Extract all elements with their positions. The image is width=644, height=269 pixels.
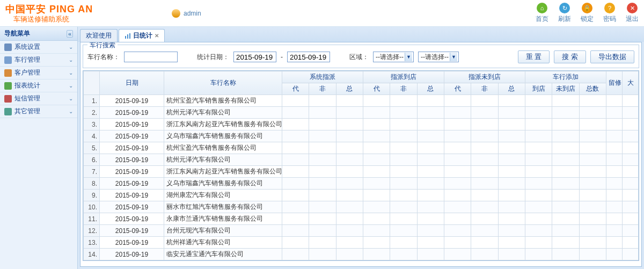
sub-dai[interactable]: 代	[282, 83, 309, 95]
cell-date: 2015-09-19	[100, 107, 164, 119]
col-name[interactable]: 车行名称	[164, 71, 282, 95]
sub-zong[interactable]: 总	[336, 83, 363, 95]
sub-fei[interactable]: 非	[390, 83, 417, 95]
cell-value	[471, 178, 498, 190]
sub-weidaodian[interactable]: 未到店	[552, 83, 579, 95]
cell-value	[623, 154, 639, 166]
header-退出-button[interactable]: ✕退出	[626, 3, 639, 24]
cell-value	[309, 201, 336, 213]
cell-value	[309, 213, 336, 225]
cell-value	[444, 95, 471, 107]
table-row[interactable]: 4.2015-09-19义乌市瑞鑫汽车销售服务有限公司	[84, 130, 639, 142]
date-from-input[interactable]	[233, 52, 276, 62]
sub-zong[interactable]: 总	[498, 83, 525, 95]
cell-value	[552, 201, 579, 213]
cell-value	[282, 130, 309, 142]
table-row[interactable]: 14.2015-09-19临安元通宝通汽车有限公司	[84, 249, 639, 260]
cell-value	[623, 237, 639, 249]
cell-date: 2015-09-19	[100, 201, 164, 213]
cell-value	[417, 107, 444, 119]
header-锁定-button[interactable]: 🔒锁定	[581, 3, 594, 24]
app-header: 中国平安 PING AN 车辆送修辅助系统 admin ⌂首页↻刷新🔒锁定?密码…	[0, 0, 644, 27]
sub-fei[interactable]: 非	[309, 83, 336, 95]
table-row[interactable]: 11.2015-09-19永康市兰通汽车销售服务有限公司	[84, 213, 639, 225]
svg-rect-0	[125, 36, 126, 39]
cell-name: 杭州元泽汽车有限公司	[164, 107, 282, 119]
cell-value	[309, 237, 336, 249]
col-liuxiu[interactable]: 留修	[606, 71, 623, 95]
cell-value	[498, 166, 525, 178]
menu-icon	[4, 69, 12, 77]
cell-name: 浙江东风南方起亚汽车销售服务有限公司	[164, 166, 282, 178]
col-date[interactable]: 日期	[100, 71, 164, 95]
sidebar-collapse-icon[interactable]: «	[67, 30, 73, 38]
name-input[interactable]	[124, 52, 178, 62]
cell-value	[363, 190, 390, 201]
table-row[interactable]: 13.2015-09-19杭州祥通汽车有限公司	[84, 237, 639, 249]
col-group-added[interactable]: 车行添加	[525, 71, 606, 83]
sub-dai[interactable]: 代	[444, 83, 471, 95]
table-row[interactable]: 1.2015-09-19杭州宝盈汽车销售服务有限公司	[84, 95, 639, 107]
sub-zongshu[interactable]: 总数	[579, 83, 606, 95]
cell-value	[336, 225, 363, 237]
date-to-input[interactable]	[287, 52, 330, 62]
cell-value	[606, 249, 623, 260]
table-row[interactable]: 6.2015-09-19杭州元泽汽车有限公司	[84, 154, 639, 166]
cell-value	[336, 213, 363, 225]
cell-value	[525, 178, 552, 190]
col-group-system[interactable]: 系统指派	[282, 71, 363, 83]
area-select-2[interactable]: --请选择--▼	[418, 52, 459, 62]
area-select-1[interactable]: --请选择--▼	[373, 52, 414, 62]
table-row[interactable]: 2.2015-09-19杭州元泽汽车有限公司	[84, 107, 639, 119]
cell-name: 丽水市红旭汽车销售服务有限公司	[164, 201, 282, 213]
cell-value	[471, 154, 498, 166]
table-row[interactable]: 3.2015-09-19浙江东风南方起亚汽车销售服务有限公司	[84, 119, 639, 130]
cell-value	[471, 130, 498, 142]
sidebar-item-短信管理[interactable]: 短信管理⌄	[0, 92, 77, 105]
cell-value	[579, 249, 606, 260]
cell-value	[309, 130, 336, 142]
cell-name: 杭州元泽汽车有限公司	[164, 154, 282, 166]
table-row[interactable]: 10.2015-09-19丽水市红旭汽车销售服务有限公司	[84, 201, 639, 213]
search-button[interactable]: 搜 索	[554, 50, 586, 63]
header-首页-button[interactable]: ⌂首页	[536, 3, 548, 24]
tab-欢迎使用[interactable]: 欢迎使用	[80, 29, 118, 42]
sidebar-item-报表统计[interactable]: 报表统计⌄	[0, 79, 77, 92]
logo-main: 中国平安 PING AN	[5, 3, 93, 16]
sidebar-item-其它管理[interactable]: 其它管理⌄	[0, 105, 77, 118]
reset-button[interactable]: 重 置	[518, 50, 550, 63]
tab-日统计[interactable]: 日统计✕	[119, 29, 165, 42]
sidebar-item-客户管理[interactable]: 客户管理⌄	[0, 67, 77, 79]
chevron-down-icon: ▼	[405, 53, 412, 61]
sub-zong[interactable]: 总	[417, 83, 444, 95]
cell-value	[552, 119, 579, 130]
search-legend: 车行搜索	[87, 42, 118, 50]
col-da[interactable]: 大	[623, 71, 639, 95]
col-group-arrived[interactable]: 指派到店	[363, 71, 444, 83]
cell-value	[282, 249, 309, 260]
cell-value	[444, 142, 471, 154]
table-row[interactable]: 12.2015-09-19台州元现汽车有限公司	[84, 225, 639, 237]
close-icon[interactable]: ✕	[155, 33, 159, 39]
col-group-not-arrived[interactable]: 指派未到店	[444, 71, 525, 83]
table-row[interactable]: 5.2015-09-19杭州宝盈汽车销售服务有限公司	[84, 142, 639, 154]
table-row[interactable]: 9.2015-09-19湖州康宏汽车有限公司	[84, 190, 639, 201]
sub-dai[interactable]: 代	[363, 83, 390, 95]
table-row[interactable]: 8.2015-09-19义乌市瑞鑫汽车销售服务有限公司	[84, 178, 639, 190]
sub-daodian[interactable]: 到店	[525, 83, 552, 95]
cell-value	[336, 130, 363, 142]
cell-value	[309, 225, 336, 237]
sidebar-item-车行管理[interactable]: 车行管理⌄	[0, 54, 77, 67]
header-密码-button[interactable]: ?密码	[603, 3, 616, 24]
export-button[interactable]: 导出数据	[590, 50, 634, 63]
row-index: 13.	[84, 237, 100, 249]
row-index: 2.	[84, 107, 100, 119]
cell-value	[309, 107, 336, 119]
table-row[interactable]: 7.2015-09-19浙江东风南方起亚汽车销售服务有限公司	[84, 166, 639, 178]
cell-date: 2015-09-19	[100, 237, 164, 249]
cell-value	[579, 154, 606, 166]
sub-fei[interactable]: 非	[471, 83, 498, 95]
cell-name: 台州元现汽车有限公司	[164, 225, 282, 237]
sidebar-item-系统设置[interactable]: 系统设置⌄	[0, 41, 77, 54]
header-刷新-button[interactable]: ↻刷新	[558, 3, 571, 24]
